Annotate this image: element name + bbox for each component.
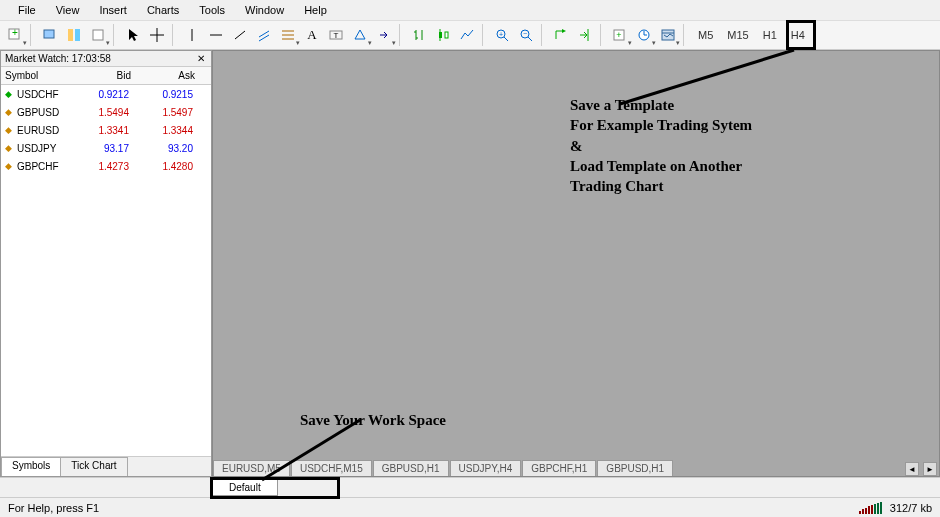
cursor-icon[interactable] (122, 24, 144, 46)
fibonacci-icon[interactable] (277, 24, 299, 46)
connection-bars-icon (859, 502, 882, 514)
svg-rect-4 (75, 29, 80, 41)
linechart-icon[interactable] (456, 24, 478, 46)
status-help: For Help, press F1 (8, 502, 99, 514)
market-watch-header: Symbol Bid Ask (1, 67, 211, 85)
menu-view[interactable]: View (46, 2, 90, 18)
symbol-label: USDJPY (15, 143, 71, 154)
svg-text:+: + (616, 30, 621, 40)
direction-icon: ◆ (1, 161, 15, 171)
market-watch-row[interactable]: ◆ GBPUSD 1.5494 1.5497 (1, 103, 211, 121)
market-watch-row[interactable]: ◆ USDJPY 93.17 93.20 (1, 139, 211, 157)
horizontal-line-icon[interactable] (205, 24, 227, 46)
svg-rect-24 (445, 32, 448, 38)
svg-rect-3 (68, 29, 73, 41)
symbol-label: EURUSD (15, 125, 71, 136)
text-icon[interactable]: A (301, 24, 323, 46)
annotation-text-template: Save a Template For Example Trading Syte… (570, 95, 752, 196)
vertical-line-icon[interactable] (181, 24, 203, 46)
annotation-text-workspace: Save Your Work Space (300, 410, 446, 430)
menu-help[interactable]: Help (294, 2, 337, 18)
ask-value: 1.3344 (135, 125, 199, 136)
market-watch-tabs: Symbols Tick Chart (1, 456, 211, 476)
col-symbol[interactable]: Symbol (1, 67, 71, 84)
candlestick-icon[interactable] (432, 24, 454, 46)
periodicity-icon[interactable] (633, 24, 655, 46)
bid-value: 1.5494 (71, 107, 135, 118)
zoom-in-icon[interactable]: + (491, 24, 513, 46)
close-icon[interactable]: ✕ (195, 53, 207, 65)
status-connection: 312/7 kb (890, 502, 932, 514)
scroll-left-icon[interactable]: ◄ (905, 462, 919, 476)
separator (113, 24, 118, 46)
chart-tab[interactable]: EURUSD,M5 (213, 460, 290, 476)
menu-charts[interactable]: Charts (137, 2, 189, 18)
trendline-icon[interactable] (229, 24, 251, 46)
toolbar: + A T + − + M5 M15 H1 H4 (0, 20, 940, 50)
menu-file[interactable]: File (8, 2, 46, 18)
svg-rect-5 (93, 30, 103, 40)
bid-value: 0.9212 (71, 89, 135, 100)
market-watch-icon[interactable] (63, 24, 85, 46)
timeframe-m5[interactable]: M5 (692, 29, 719, 41)
status-bar: For Help, press F1 312/7 kb (0, 497, 940, 517)
svg-line-26 (504, 37, 508, 41)
autoscroll-icon[interactable] (550, 24, 572, 46)
direction-icon: ◆ (1, 125, 15, 135)
chart-tab[interactable]: USDCHF,M15 (291, 460, 372, 476)
separator (30, 24, 35, 46)
symbol-label: USDCHF (15, 89, 71, 100)
col-bid[interactable]: Bid (71, 67, 135, 84)
timeframe-m15[interactable]: M15 (721, 29, 754, 41)
tab-tick-chart[interactable]: Tick Chart (60, 457, 127, 476)
separator (399, 24, 404, 46)
channel-icon[interactable] (253, 24, 275, 46)
direction-icon: ◆ (1, 107, 15, 117)
svg-rect-2 (44, 30, 54, 38)
menu-window[interactable]: Window (235, 2, 294, 18)
separator (600, 24, 605, 46)
direction-icon: ◆ (1, 89, 15, 99)
profile-tab-default[interactable]: Default (212, 479, 278, 496)
ask-value: 1.4280 (135, 161, 199, 172)
barchart-icon[interactable] (408, 24, 430, 46)
templates-icon[interactable] (657, 24, 679, 46)
navigator-icon[interactable] (87, 24, 109, 46)
chart-tab[interactable]: USDJPY,H4 (450, 460, 522, 476)
timeframe-h1[interactable]: H1 (757, 29, 783, 41)
chart-tabs: EURUSD,M5USDCHF,M15GBPUSD,H1USDJPY,H4GBP… (213, 456, 939, 476)
scroll-right-icon[interactable]: ► (923, 462, 937, 476)
chart-shift-icon[interactable] (574, 24, 596, 46)
tab-symbols[interactable]: Symbols (1, 457, 61, 476)
profile-bar: Default (0, 477, 940, 497)
svg-text:−: − (523, 30, 527, 37)
market-watch-rows: ◆ USDCHF 0.9212 0.9215◆ GBPUSD 1.5494 1.… (1, 85, 211, 175)
col-ask[interactable]: Ask (135, 67, 199, 84)
separator (172, 24, 177, 46)
menu-insert[interactable]: Insert (89, 2, 137, 18)
timeframe-h4[interactable]: H4 (785, 29, 811, 41)
ask-value: 1.5497 (135, 107, 199, 118)
svg-line-29 (528, 37, 532, 41)
chart-tab[interactable]: GBPUSD,H1 (597, 460, 673, 476)
market-watch-panel: Market Watch: 17:03:58 ✕ Symbol Bid Ask … (0, 50, 212, 477)
indicators-icon[interactable]: + (609, 24, 631, 46)
separator (482, 24, 487, 46)
shapes-icon[interactable] (349, 24, 371, 46)
new-chart-icon[interactable]: + (4, 24, 26, 46)
market-watch-row[interactable]: ◆ GBPCHF 1.4273 1.4280 (1, 157, 211, 175)
zoom-out-icon[interactable]: − (515, 24, 537, 46)
chart-tab[interactable]: GBPCHF,H1 (522, 460, 596, 476)
text-label-icon[interactable]: T (325, 24, 347, 46)
profiles-icon[interactable] (39, 24, 61, 46)
direction-icon: ◆ (1, 143, 15, 153)
chart-tab[interactable]: GBPUSD,H1 (373, 460, 449, 476)
market-watch-row[interactable]: ◆ EURUSD 1.3341 1.3344 (1, 121, 211, 139)
market-watch-title: Market Watch: 17:03:58 (5, 53, 111, 64)
menu-tools[interactable]: Tools (189, 2, 235, 18)
symbol-label: GBPUSD (15, 107, 71, 118)
market-watch-row[interactable]: ◆ USDCHF 0.9212 0.9215 (1, 85, 211, 103)
arrows-icon[interactable] (373, 24, 395, 46)
svg-text:+: + (12, 27, 18, 38)
crosshair-icon[interactable] (146, 24, 168, 46)
